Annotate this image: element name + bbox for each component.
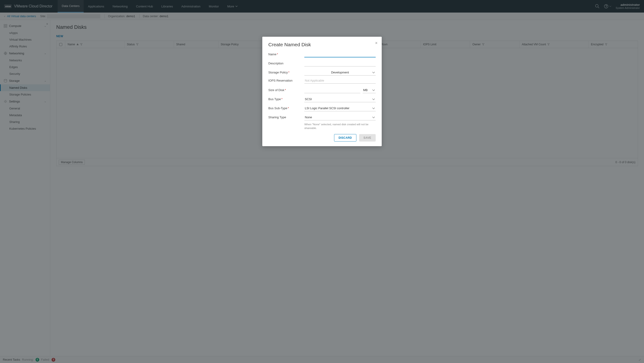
iops-input [304, 78, 376, 84]
sharing-type-label: Sharing Type [268, 114, 304, 119]
sharing-hint: When "None" selected, named disk created… [304, 123, 376, 130]
bus-subtype-label: Bus Sub-Type* [268, 106, 304, 110]
close-icon[interactable]: × [375, 41, 378, 45]
bus-subtype-select[interactable]: LSI Logic Parallel SCSI controller [304, 106, 376, 111]
storage-policy-label: Storage Policy* [268, 70, 304, 74]
size-label: Size of Disk* [268, 88, 304, 92]
iops-label: IOPS Reservation [268, 78, 304, 82]
create-named-disk-modal: × Create Named Disk Name* Description St… [262, 37, 382, 146]
save-button[interactable]: SAVE [359, 134, 376, 142]
discard-button[interactable]: DISCARD [334, 134, 356, 142]
storage-policy-select[interactable]: Development [304, 70, 376, 76]
name-label: Name* [268, 52, 304, 56]
bus-type-select[interactable]: SCSI [304, 96, 376, 102]
size-unit-select[interactable]: MB [363, 88, 376, 93]
description-input[interactable] [304, 61, 376, 66]
description-label: Description [268, 61, 304, 65]
size-input[interactable] [304, 88, 360, 93]
modal-actions: DISCARD SAVE [268, 134, 376, 142]
sharing-type-select[interactable]: None [304, 114, 376, 120]
modal-overlay: × Create Named Disk Name* Description St… [0, 0, 644, 363]
name-input[interactable] [304, 52, 376, 58]
bus-type-label: Bus Type* [268, 96, 304, 101]
modal-title: Create Named Disk [268, 42, 376, 48]
